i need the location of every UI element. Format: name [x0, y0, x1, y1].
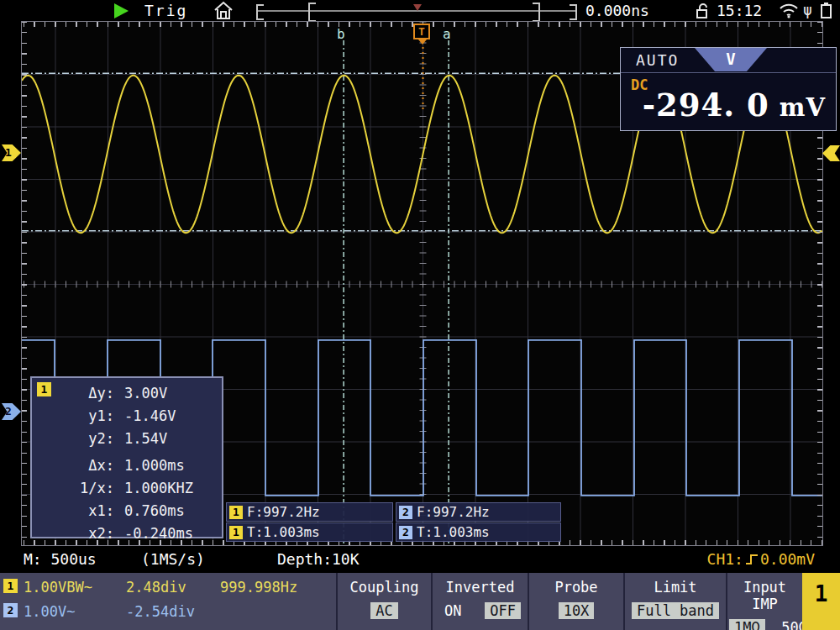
- ch1-counter-frequency: 999.998Hz: [220, 579, 297, 596]
- sample-rate-readout: (1MS/s): [141, 550, 205, 568]
- trigger-source: CH1:: [707, 550, 743, 568]
- menu-col-inverted: Inverted ON OFF: [433, 573, 528, 630]
- multimeter-function-tab[interactable]: V: [695, 48, 767, 71]
- cursor-row-y2: y2:1.54V: [32, 428, 222, 450]
- home-icon[interactable]: [213, 1, 234, 20]
- coupling-ac-button[interactable]: AC: [370, 602, 397, 619]
- trigger-offset-readout: 0.000ns: [585, 2, 649, 19]
- trigger-position-marker[interactable]: [413, 4, 422, 11]
- left-ruler-ticks: [22, 22, 27, 545]
- cursor-row-x1: x1:0.760ms: [32, 500, 222, 522]
- trigger-position-slider[interactable]: [255, 2, 579, 19]
- oscilloscope-screen: Trig 0.000ns 15:12 ψ: [0, 0, 840, 630]
- cursor-rows: Δy:3.00V y1:-1.46V y2:1.54V Δx:1.000ms 1…: [32, 382, 222, 545]
- menu-col-probe: Probe 10X: [529, 573, 623, 630]
- trigger-point-badge[interactable]: T: [413, 24, 430, 39]
- ch1-position-marker[interactable]: 1: [2, 144, 21, 161]
- usb-icon: ψ: [803, 1, 812, 18]
- cursor-row-invx: 1/x:1.000KHZ: [32, 477, 222, 500]
- memory-depth-readout: Depth:10K: [277, 550, 360, 568]
- limit-fullband-button[interactable]: Full band: [632, 602, 719, 619]
- cursor-a-label: a: [443, 26, 451, 42]
- channel-info-area: 1 1.00VBW~ 2.48div 999.998Hz 2 1.00V~ -2…: [0, 573, 336, 630]
- trigger-level-marker[interactable]: [822, 145, 840, 161]
- probe-10x-button[interactable]: 10X: [559, 602, 595, 619]
- ch1-position: 2.48div: [126, 579, 186, 596]
- memory-bar-right-bracket: [570, 4, 577, 20]
- multimeter-function: V: [695, 50, 767, 68]
- run-state-icon[interactable]: [114, 3, 129, 18]
- memory-bar-left-bracket: [256, 4, 264, 20]
- top-status-bar: Trig 0.000ns 15:12 ψ: [0, 0, 840, 21]
- menu-col-input-imp: Input IMP 1MΩ 50Ω: [727, 573, 802, 630]
- clock-readout: 15:12: [717, 2, 762, 19]
- bottom-menu-bar: 1 1.00VBW~ 2.48div 999.998Hz 2 1.00V~ -2…: [0, 573, 840, 630]
- ch1-scale: 1.00VBW~: [24, 579, 92, 596]
- trigger-settings-readout: CH1: 0.00mV: [707, 550, 815, 568]
- trigger-point-badge-tip: [418, 39, 427, 45]
- waveform-display-area: T b a AUTO V DC -294. 0mV 1 Δy:3.00V y1:…: [21, 21, 823, 546]
- impedance-1mohm-button[interactable]: 1MΩ: [729, 619, 765, 630]
- cursor-row-dy: Δy:3.00V: [32, 382, 222, 405]
- multimeter-value: -294. 0: [643, 87, 769, 123]
- inverted-on-button[interactable]: ON: [439, 602, 466, 619]
- ch2-badge: 2: [3, 603, 18, 617]
- trigger-state-label: Trig: [144, 2, 187, 19]
- wifi-icon: [778, 2, 800, 19]
- window-right-bracket: [533, 3, 540, 22]
- cursor-measurement-panel: 1 Δy:3.00V y1:-1.46V y2:1.54V Δx:1.000ms…: [30, 376, 223, 538]
- cursor-row-y1: y1:-1.46V: [32, 405, 222, 428]
- cursor-b-label: b: [337, 26, 345, 42]
- menu-col-limit: Limit Full band: [625, 573, 726, 630]
- ch1-badge: 1: [3, 579, 18, 593]
- multimeter-reading: -294. 0mV: [643, 87, 826, 123]
- multimeter-unit: mV: [780, 93, 826, 122]
- trigger-level-readout: 0.00mV: [760, 550, 815, 568]
- lock-open-icon: [696, 3, 710, 19]
- measure-ch1-period: 1T:1.003ms: [226, 522, 393, 542]
- ch2-position-marker[interactable]: 2: [2, 403, 21, 420]
- measure-ch1-frequency: 1F:997.2Hz: [226, 502, 393, 522]
- cursor-row-x2: x2:-0.240ms: [32, 522, 222, 545]
- multimeter-header: AUTO V: [621, 48, 836, 73]
- rising-edge-icon: [745, 552, 759, 567]
- menu-channel-tab[interactable]: 1: [802, 573, 840, 630]
- ch2-position: -2.54div: [126, 603, 195, 620]
- multimeter-panel: AUTO V DC -294. 0mV: [620, 47, 837, 131]
- multimeter-range-mode: AUTO: [636, 51, 679, 69]
- battery-icon: [820, 2, 832, 19]
- inverted-off-button[interactable]: OFF: [485, 602, 521, 619]
- horizontal-status-bar: M: 500us (1MS/s) Depth:10K CH1: 0.00mV: [0, 547, 840, 571]
- menu-col-coupling: Coupling AC: [338, 573, 431, 630]
- measure-ch2-period: 2T:1.003ms: [396, 522, 561, 542]
- measure-ch2-frequency: 2F:997.2Hz: [396, 502, 561, 522]
- window-left-bracket: [308, 3, 316, 22]
- ch2-scale: 1.00V~: [24, 603, 75, 620]
- cursor-row-dx: Δx:1.000ms: [32, 454, 222, 477]
- timebase-readout: M: 500us: [24, 550, 97, 568]
